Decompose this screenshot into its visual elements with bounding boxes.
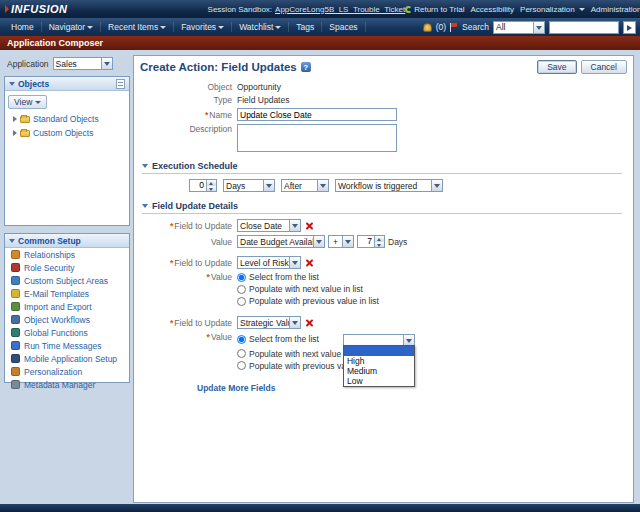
radio-select-from-list[interactable] <box>237 273 246 282</box>
sidebar-item-global-functions[interactable]: Global Functions <box>5 326 129 339</box>
interval-spinner[interactable]: 0 <box>189 179 217 192</box>
notifications-icon[interactable] <box>423 23 432 32</box>
globe-icon <box>11 328 20 337</box>
search-scope-select[interactable]: All <box>493 21 545 34</box>
field-to-update-row: *Field to Update Close Date <box>142 219 625 232</box>
page-title: Application Composer <box>7 38 103 48</box>
tree-item-custom-objects[interactable]: Custom Objects <box>5 126 129 140</box>
bottom-bar <box>0 504 640 512</box>
collapse-icon <box>9 239 15 243</box>
nav-home[interactable]: Home <box>4 22 42 32</box>
nav-tags-label: Tags <box>296 22 314 32</box>
when-select[interactable]: After <box>281 179 329 192</box>
field-to-update-select-2[interactable]: Level of Risk <box>237 256 301 269</box>
type-value: Field Updates <box>237 95 289 105</box>
spinner-arrows-icon[interactable] <box>374 236 384 247</box>
search-go-button[interactable] <box>623 21 636 34</box>
sidebar-item-custom-subject-areas[interactable]: Custom Subject Areas <box>5 274 129 287</box>
chevron-down-icon <box>403 335 414 346</box>
save-button[interactable]: Save <box>537 60 576 74</box>
description-input[interactable] <box>237 124 397 152</box>
spinner-down-icon[interactable] <box>375 242 384 248</box>
trigger-select[interactable]: Workflow is triggered <box>335 179 443 192</box>
tree-item-standard-objects[interactable]: Standard Objects <box>5 112 129 126</box>
radio-select-from-list[interactable] <box>237 335 246 344</box>
common-setup-header[interactable]: Common Setup <box>5 234 129 248</box>
radio-option[interactable]: Select from the list <box>237 272 379 282</box>
value-field-select[interactable]: Date Budget Available <box>237 235 325 248</box>
nav-watchlist[interactable]: Watchlist <box>232 22 289 32</box>
sidebar-item-mobile-application-setup[interactable]: Mobile Application Setup <box>5 352 129 365</box>
nav-recent-items[interactable]: Recent Items <box>101 22 174 32</box>
chevron-down-icon <box>289 257 300 268</box>
radio-option[interactable]: Select from the list High Medium Low <box>237 332 415 347</box>
dropdown-option[interactable]: High <box>344 356 414 366</box>
administration-menu[interactable]: Administration <box>591 5 640 14</box>
nav-spaces[interactable]: Spaces <box>322 22 365 32</box>
nav-navigator[interactable]: Navigator <box>42 22 101 32</box>
field-to-update-row: *Field to Update Level of Risk <box>142 256 625 269</box>
field-to-update-select-3[interactable]: Strategic Value <box>237 316 301 329</box>
delete-icon[interactable] <box>305 318 314 327</box>
sidebar-item-import-export[interactable]: Import and Export <box>5 300 129 313</box>
field-update-details-section-header[interactable]: Field Update Details <box>142 201 622 214</box>
objects-panel-header[interactable]: Objects <box>5 77 129 91</box>
collapse-icon <box>142 204 148 208</box>
return-to-trial-link[interactable]: Return to Trial <box>405 5 464 14</box>
description-label: Description <box>142 124 237 134</box>
create-action-header: Create Action: Field Updates ? Save Canc… <box>134 56 633 76</box>
flag-icon[interactable] <box>450 23 458 32</box>
field-to-update-select-1[interactable]: Close Date <box>237 219 301 232</box>
help-icon[interactable]: ? <box>301 62 311 72</box>
chevron-down-icon <box>275 26 281 29</box>
radio-option[interactable]: Populate with previous value in list <box>237 296 379 306</box>
sidebar-item-email-templates[interactable]: E-Mail Templates <box>5 287 129 300</box>
name-input[interactable] <box>237 108 397 121</box>
search-input[interactable] <box>549 21 619 34</box>
sidebar-item-object-workflows[interactable]: Object Workflows <box>5 313 129 326</box>
messages-icon <box>11 341 20 350</box>
accessibility-link[interactable]: Accessibility <box>470 5 514 14</box>
radio-next-value[interactable] <box>237 349 246 358</box>
radio-previous-value[interactable] <box>237 297 246 306</box>
spinner-arrows-icon[interactable] <box>206 180 216 191</box>
spinner-down-icon[interactable] <box>207 186 216 192</box>
value-row: *Value Select from the list High <box>142 332 625 373</box>
operator-select[interactable]: + <box>328 235 354 248</box>
edit-list-icon[interactable] <box>116 79 125 89</box>
field-to-update-value: Close Date <box>238 221 289 231</box>
expand-icon[interactable] <box>13 130 17 136</box>
sidebar-item-relationships[interactable]: Relationships <box>5 248 129 261</box>
collapse-icon <box>142 164 148 168</box>
sidebar-item-label: Mobile Application Setup <box>24 354 117 364</box>
execution-schedule-section-header[interactable]: Execution Schedule <box>142 161 622 174</box>
session-sandbox-link[interactable]: AppCoreLong5B_LS_Trouble_Ticket <box>275 5 405 14</box>
amount-spinner[interactable]: 7 <box>357 235 385 248</box>
sidebar-item-personalization[interactable]: Personalization <box>5 365 129 378</box>
sidebar-item-metadata-manager[interactable]: Metadata Manager <box>5 378 129 391</box>
sidebar-item-run-time-messages[interactable]: Run Time Messages <box>5 339 129 352</box>
sidebar-item-role-security[interactable]: Role Security <box>5 261 129 274</box>
chevron-down-icon <box>218 26 224 29</box>
view-menu-button[interactable]: View <box>8 95 47 109</box>
personalization-menu[interactable]: Personalization <box>520 5 585 14</box>
delete-icon[interactable] <box>305 258 314 267</box>
sidebar-item-label: Personalization <box>24 367 82 377</box>
radio-label: Select from the list <box>249 272 319 282</box>
dropdown-option-blank[interactable] <box>344 346 414 356</box>
interval-unit-select[interactable]: Days <box>223 179 275 192</box>
sidebar-item-label: Custom Subject Areas <box>24 276 108 286</box>
nav-tags[interactable]: Tags <box>289 22 322 32</box>
expand-icon[interactable] <box>13 116 17 122</box>
dropdown-option[interactable]: Medium <box>344 366 414 376</box>
cancel-button[interactable]: Cancel <box>581 60 627 74</box>
radio-option[interactable]: Populate with next value in list <box>237 284 379 294</box>
delete-icon[interactable] <box>305 221 314 230</box>
application-select[interactable]: Sales <box>53 57 113 70</box>
nav-watchlist-label: Watchlist <box>239 22 273 32</box>
dropdown-option[interactable]: Low <box>344 376 414 386</box>
nav-favorites[interactable]: Favorites <box>174 22 232 32</box>
application-label: Application <box>7 59 49 69</box>
radio-previous-value[interactable] <box>237 361 246 370</box>
radio-next-value[interactable] <box>237 285 246 294</box>
